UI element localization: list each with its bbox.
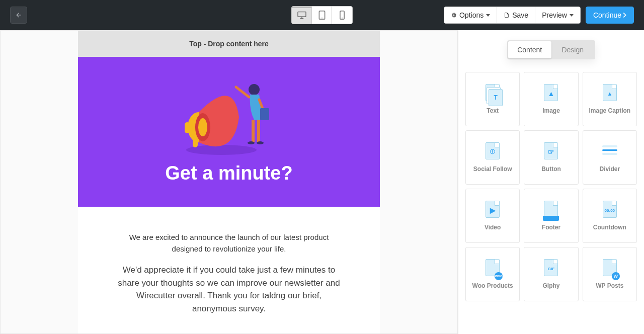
back-button[interactable] [10, 7, 27, 24]
svg-point-2 [321, 18, 323, 19]
footer-block-icon [543, 201, 559, 220]
right-controls: Options Save Preview Continue [444, 7, 634, 24]
block-footer[interactable]: Footer [524, 189, 578, 243]
svg-point-9 [198, 118, 207, 136]
divider-block-icon [602, 142, 618, 161]
svg-rect-14 [260, 108, 269, 120]
block-label: Social Follow [473, 165, 512, 173]
right-sidebar: Content Design T T Text ▲ Image ▲ Image … [458, 30, 644, 334]
woo-products-block-icon: WOO [485, 259, 501, 278]
block-label: Countdown [593, 224, 626, 231]
block-label: Image Caption [589, 107, 630, 114]
block-countdown[interactable]: 00:00 Countdown [583, 189, 637, 243]
continue-label: Continue [593, 11, 621, 19]
block-label: Footer [542, 224, 560, 231]
block-label: Text [487, 107, 499, 114]
image-caption-block-icon: ▲ [602, 84, 618, 103]
preview-label: Preview [542, 11, 567, 19]
top-toolbar: Options Save Preview Continue [0, 0, 644, 30]
countdown-block-icon: 00:00 [602, 201, 618, 220]
mobile-view-button[interactable] [332, 7, 352, 24]
blocks-grid: T T Text ▲ Image ▲ Image Caption ⓕ Socia… [463, 72, 639, 301]
svg-point-15 [248, 141, 255, 144]
actions-button-group: Options Save Preview [444, 7, 581, 24]
continue-button[interactable]: Continue [586, 7, 634, 24]
wp-posts-block-icon: W [602, 259, 618, 278]
svg-rect-12 [252, 120, 255, 142]
block-label: WP Posts [596, 282, 623, 289]
tablet-view-button[interactable] [312, 7, 332, 24]
svg-rect-13 [257, 120, 260, 142]
block-woo-products[interactable]: WOO Woo Products [465, 247, 520, 301]
block-label: Image [542, 107, 560, 114]
save-icon [504, 12, 510, 18]
device-switcher [291, 6, 353, 24]
block-video[interactable]: ▶ Video [465, 189, 520, 243]
arrow-left-icon [15, 12, 22, 19]
editor-canvas-area: Top - Drop content here [0, 30, 458, 334]
hero-block[interactable]: Get a minute? [78, 57, 380, 207]
preview-button[interactable]: Preview [535, 7, 580, 23]
options-button[interactable]: Options [444, 7, 497, 23]
button-block-icon: ☞ [543, 142, 559, 161]
svg-point-4 [342, 18, 342, 18]
paragraph-2: We'd appreciate it if you could take jus… [113, 264, 345, 315]
block-label: Divider [599, 165, 620, 173]
block-label: Woo Products [472, 282, 513, 289]
block-label: Button [541, 165, 561, 173]
save-label: Save [512, 11, 528, 19]
email-canvas[interactable]: Top - Drop content here [78, 31, 380, 334]
text-block-icon: T T [485, 84, 501, 103]
block-social-follow[interactable]: ⓕ Social Follow [465, 130, 520, 185]
chevron-down-icon [486, 14, 490, 17]
gear-icon [451, 12, 457, 18]
giphy-block-icon: GIF [543, 259, 559, 278]
top-dropzone[interactable]: Top - Drop content here [78, 31, 380, 57]
block-wp-posts[interactable]: W WP Posts [583, 247, 637, 301]
image-block-icon: ▲ [543, 84, 559, 103]
block-image-caption[interactable]: ▲ Image Caption [583, 72, 637, 126]
svg-rect-10 [185, 122, 190, 133]
block-divider[interactable]: Divider [583, 130, 637, 185]
block-giphy[interactable]: GIF Giphy [524, 247, 578, 301]
tablet-icon [318, 11, 326, 20]
desktop-view-button[interactable] [292, 7, 312, 24]
hero-title: Get a minute? [93, 162, 365, 184]
tab-content[interactable]: Content [508, 41, 551, 58]
options-label: Options [459, 11, 484, 19]
social-follow-block-icon: ⓕ [485, 142, 501, 161]
save-button[interactable]: Save [497, 7, 535, 23]
tab-design[interactable]: Design [551, 41, 595, 58]
sidebar-tabs: Content Design [507, 40, 595, 59]
chevron-right-icon [623, 13, 626, 18]
video-block-icon: ▶ [485, 201, 501, 220]
paragraph-1: We are excited to announce the launch of… [113, 232, 345, 255]
block-image[interactable]: ▲ Image [524, 72, 578, 126]
hero-illustration [174, 72, 284, 157]
desktop-icon [297, 11, 307, 19]
svg-rect-0 [298, 12, 306, 17]
text-block[interactable]: We are excited to announce the launch of… [78, 207, 380, 334]
block-label: Giphy [542, 282, 559, 289]
block-text[interactable]: T T Text [465, 72, 520, 126]
chevron-down-icon [570, 14, 574, 17]
block-label: Video [485, 224, 501, 231]
mobile-icon [340, 11, 345, 20]
svg-point-16 [257, 141, 264, 144]
block-button[interactable]: ☞ Button [524, 130, 578, 185]
svg-point-11 [249, 84, 260, 95]
